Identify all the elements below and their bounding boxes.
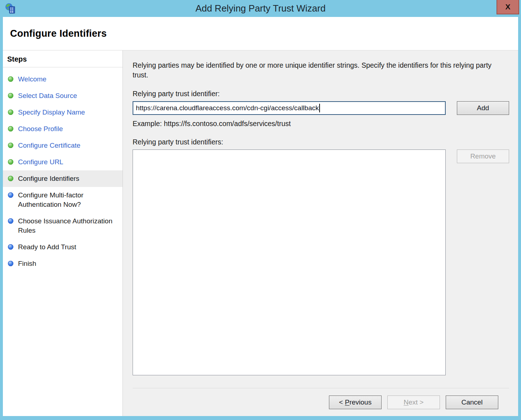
- step-pending-icon: [8, 261, 13, 266]
- step-configure-identifiers[interactable]: Configure Identifiers: [3, 170, 123, 187]
- text-caret: [319, 104, 320, 112]
- step-pending-icon: [8, 218, 13, 224]
- step-select-data-source[interactable]: Select Data Source: [3, 88, 123, 104]
- page-title: Configure Identifiers: [10, 28, 107, 39]
- identifier-label: Relying party trust identifier:: [133, 90, 509, 98]
- titlebar: Add Relying Party Trust Wizard X: [0, 0, 521, 17]
- step-configure-url[interactable]: Configure URL: [3, 154, 123, 170]
- step-choose-profile[interactable]: Choose Profile: [3, 121, 123, 137]
- window-title: Add Relying Party Trust Wizard: [0, 3, 521, 14]
- identifier-input-value: https://carena.cloudflareaccess.com/cdn-…: [136, 104, 319, 112]
- window-frame: Configure Identifiers Steps Welcome Sele…: [0, 17, 521, 420]
- step-complete-icon: [8, 176, 13, 181]
- steps-sidebar: Steps Welcome Select Data Source Specify…: [3, 50, 123, 416]
- wizard-window: Add Relying Party Trust Wizard X Configu…: [0, 0, 521, 420]
- next-button[interactable]: Next >: [387, 396, 440, 409]
- identifiers-listbox[interactable]: [133, 149, 446, 375]
- main-panel: Relying parties may be identified by one…: [123, 50, 518, 416]
- footer-bar: < Previous Next > Cancel: [133, 388, 509, 416]
- add-button[interactable]: Add: [457, 101, 509, 115]
- example-text: Example: https://fs.contoso.com/adfs/ser…: [133, 120, 509, 128]
- step-complete-icon: [8, 126, 13, 131]
- step-specify-display-name[interactable]: Specify Display Name: [3, 104, 123, 121]
- steps-heading: Steps: [3, 50, 123, 67]
- step-pending-icon: [8, 244, 13, 250]
- step-complete-icon: [8, 143, 13, 148]
- step-configure-mfa[interactable]: Configure Multi-factor Authentication No…: [3, 187, 123, 213]
- step-complete-icon: [8, 159, 13, 165]
- step-pending-icon: [8, 192, 13, 198]
- identifier-input[interactable]: https://carena.cloudflareaccess.com/cdn-…: [133, 101, 446, 115]
- step-finish[interactable]: Finish: [3, 255, 123, 272]
- page-header: Configure Identifiers: [3, 17, 518, 50]
- step-choose-issuance-rules[interactable]: Choose Issuance Authorization Rules: [3, 213, 123, 239]
- step-complete-icon: [8, 110, 13, 115]
- step-welcome[interactable]: Welcome: [3, 71, 123, 88]
- cancel-button[interactable]: Cancel: [446, 396, 498, 409]
- description-text: Relying parties may be identified by one…: [133, 61, 504, 80]
- previous-button[interactable]: < Previous: [329, 396, 382, 409]
- step-complete-icon: [8, 76, 13, 82]
- close-button[interactable]: X: [496, 0, 519, 14]
- step-complete-icon: [8, 93, 13, 98]
- step-configure-certificate[interactable]: Configure Certificate: [3, 137, 123, 154]
- identifiers-list-label: Relying party trust identifiers:: [133, 138, 509, 146]
- remove-button[interactable]: Remove: [457, 149, 509, 163]
- steps-list: Welcome Select Data Source Specify Displ…: [3, 67, 123, 272]
- adfs-app-icon: [5, 3, 16, 14]
- step-ready-to-add-trust[interactable]: Ready to Add Trust: [3, 239, 123, 255]
